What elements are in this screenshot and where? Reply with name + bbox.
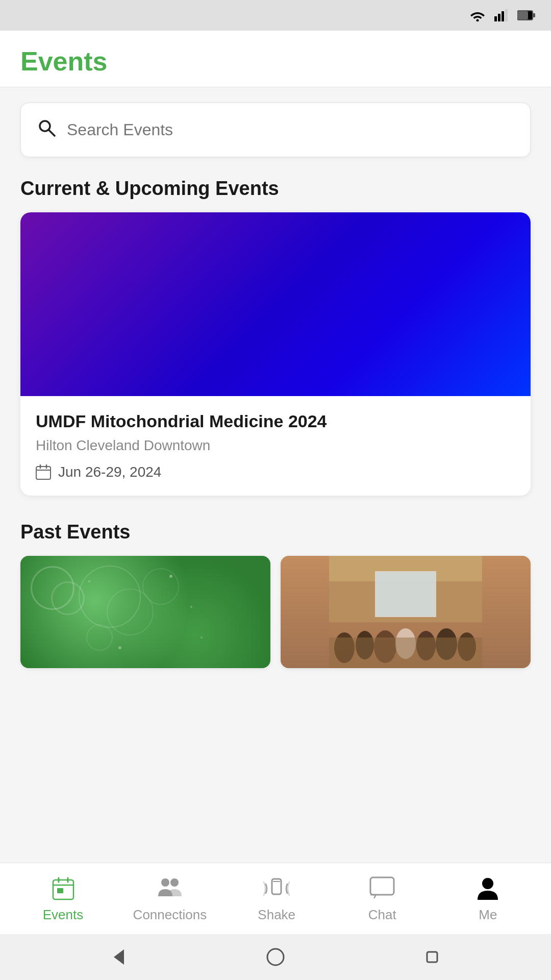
svg-point-16 <box>143 569 179 604</box>
svg-point-42 <box>170 878 179 887</box>
past-event-card-1[interactable] <box>20 556 270 668</box>
nav-item-chat[interactable]: Chat <box>346 874 418 923</box>
nav-item-me[interactable]: Me <box>452 874 523 923</box>
svg-point-18 <box>169 575 172 578</box>
current-section-title: Current & Upcoming Events <box>20 178 531 200</box>
svg-point-21 <box>201 636 203 639</box>
nav-label-me: Me <box>479 907 497 923</box>
current-events-section: Current & Upcoming Events UMDF Mitochond… <box>20 178 531 496</box>
featured-event-card[interactable]: UMDF Mitochondrial Medicine 2024 Hilton … <box>20 212 531 496</box>
svg-point-14 <box>79 566 140 627</box>
android-recents-button[interactable] <box>422 947 442 967</box>
featured-event-date: Jun 26-29, 2024 <box>58 464 161 480</box>
calendar-icon <box>36 464 51 480</box>
search-input[interactable] <box>67 120 515 139</box>
past-events-grid <box>20 556 531 668</box>
svg-rect-6 <box>518 11 528 19</box>
svg-rect-49 <box>427 952 437 962</box>
search-bar[interactable] <box>20 103 531 157</box>
past-events-section: Past Events <box>20 521 531 668</box>
svg-point-48 <box>267 949 284 965</box>
battery-icon <box>517 10 536 21</box>
past-event-banner-green <box>20 556 270 668</box>
svg-point-22 <box>88 580 90 582</box>
featured-event-date-row: Jun 26-29, 2024 <box>36 464 515 480</box>
svg-point-46 <box>482 878 493 889</box>
svg-rect-44 <box>273 881 280 882</box>
nav-item-connections[interactable]: Connections <box>133 874 207 923</box>
status-bar <box>0 0 551 31</box>
nav-item-shake[interactable]: Shake <box>241 874 312 923</box>
nav-label-events: Events <box>43 907 84 923</box>
bottom-nav: Events Connections <box>0 863 551 934</box>
featured-event-location: Hilton Cleveland Downtown <box>36 437 515 454</box>
svg-rect-40 <box>57 888 63 893</box>
svg-point-17 <box>87 625 112 650</box>
android-back-button[interactable] <box>109 947 129 967</box>
nav-icon-events <box>49 874 78 903</box>
nav-label-shake: Shake <box>258 907 295 923</box>
svg-rect-35 <box>329 556 482 668</box>
nav-label-connections: Connections <box>133 907 207 923</box>
nav-item-events[interactable]: Events <box>28 874 99 923</box>
svg-rect-4 <box>505 9 508 21</box>
featured-event-info: UMDF Mitochondrial Medicine 2024 Hilton … <box>20 396 531 496</box>
nav-label-chat: Chat <box>368 907 396 923</box>
signal-icon <box>494 9 510 21</box>
search-icon <box>36 117 57 142</box>
svg-point-0 <box>477 19 479 22</box>
svg-marker-47 <box>114 949 124 965</box>
main-content: Current & Upcoming Events UMDF Mitochond… <box>0 87 551 770</box>
nav-icon-me <box>473 874 502 903</box>
android-home-button[interactable] <box>265 947 286 967</box>
svg-rect-2 <box>498 14 500 21</box>
svg-rect-1 <box>494 16 497 21</box>
android-nav-bar <box>0 934 551 980</box>
svg-rect-45 <box>370 877 394 895</box>
svg-point-15 <box>107 589 153 635</box>
svg-point-41 <box>161 878 169 887</box>
wifi-icon <box>468 9 487 21</box>
nav-icon-shake <box>262 874 291 903</box>
featured-event-name: UMDF Mitochondrial Medicine 2024 <box>36 411 515 431</box>
past-section-title: Past Events <box>20 521 531 543</box>
past-event-card-2[interactable] <box>281 556 531 668</box>
svg-line-9 <box>48 130 55 136</box>
nav-icon-connections <box>156 874 184 903</box>
featured-event-banner <box>20 212 531 396</box>
svg-point-20 <box>118 646 121 649</box>
page-title: Events <box>20 46 531 77</box>
nav-icon-chat <box>368 874 396 903</box>
svg-rect-3 <box>502 11 504 21</box>
header: Events <box>0 31 551 87</box>
svg-rect-7 <box>533 13 535 17</box>
past-event-banner-photo <box>281 556 531 668</box>
svg-point-19 <box>190 606 192 608</box>
svg-rect-10 <box>36 467 51 479</box>
